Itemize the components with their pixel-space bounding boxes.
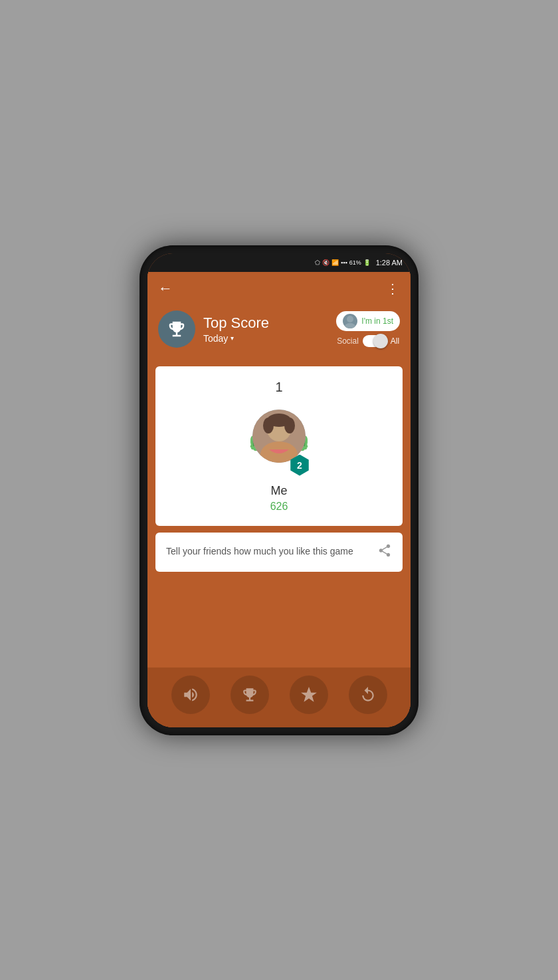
status-bar: ⬠ 🔇 📶 ▪▪▪ 61% 🔋 1:28 AM [147, 253, 411, 272]
player-name: Me [270, 484, 287, 498]
achievements-icon [300, 686, 318, 703]
avatar-container: 2 [242, 403, 316, 476]
social-label: Social [337, 336, 359, 346]
leaderboard-icon [241, 686, 258, 703]
svg-point-21 [284, 418, 295, 433]
badge-avatar [343, 314, 357, 328]
app-screen: ← ⋮ Top Score Today ▾ [147, 272, 411, 727]
more-button[interactable]: ⋮ [386, 281, 400, 297]
status-time: 1:28 AM [376, 259, 403, 267]
right-section: I'm in 1st Social All [336, 311, 400, 347]
leaderboard-card: 1 [155, 366, 403, 526]
rank-badge-text: I'm in 1st [361, 316, 393, 326]
header-section: Top Score Today ▾ [147, 305, 411, 358]
share-card[interactable]: Tell your friends how much you like this… [155, 533, 403, 572]
sound-button[interactable] [171, 675, 210, 714]
social-all-toggle[interactable] [363, 335, 387, 347]
svg-point-1 [345, 323, 355, 328]
achievements-button[interactable] [290, 675, 328, 714]
share-text: Tell your friends how much you like this… [166, 545, 369, 558]
bottom-bar [147, 668, 411, 727]
battery-icon: 🔋 [363, 259, 371, 266]
toggle-thumb [373, 334, 388, 348]
top-score-title: Top Score [203, 314, 336, 332]
today-dropdown[interactable]: Today ▾ [203, 333, 336, 344]
player-avatar [252, 410, 306, 463]
title-section: Top Score Today ▾ [203, 314, 336, 344]
rank-badge-button[interactable]: I'm in 1st [336, 311, 400, 331]
trophy-icon [167, 319, 187, 339]
player-score: 626 [270, 501, 288, 513]
wifi-icon: 📶 [331, 259, 339, 266]
rank-number: 1 [275, 380, 282, 395]
mute-icon: 🔇 [322, 259, 329, 266]
share-icon[interactable] [377, 543, 392, 561]
social-toggle-row: Social All [337, 335, 399, 347]
bluetooth-icon: ⬠ [315, 259, 320, 266]
trophy-circle [158, 310, 195, 348]
phone-frame: ⬠ 🔇 📶 ▪▪▪ 61% 🔋 1:28 AM ← ⋮ [140, 245, 418, 735]
all-label: All [391, 336, 399, 346]
leaderboard-button[interactable] [231, 675, 269, 714]
back-button[interactable]: ← [158, 280, 173, 297]
sound-icon [182, 686, 199, 703]
avatar-face-svg [252, 410, 306, 463]
phone-screen: ⬠ 🔇 📶 ▪▪▪ 61% 🔋 1:28 AM ← ⋮ [147, 253, 411, 727]
content-area: 1 [147, 358, 411, 668]
filter-arrow: ▾ [231, 334, 234, 342]
replay-button[interactable] [349, 675, 387, 714]
replay-icon [359, 686, 377, 703]
status-icons: ⬠ 🔇 📶 ▪▪▪ 61% 🔋 [315, 259, 371, 266]
app-bar: ← ⋮ [147, 272, 411, 305]
svg-point-0 [347, 316, 353, 322]
filter-label: Today [203, 333, 228, 344]
battery-percent: 61% [349, 259, 361, 266]
svg-point-20 [263, 418, 274, 433]
rank-badge-number: 2 [297, 460, 302, 471]
signal-icon: ▪▪▪ [341, 259, 347, 266]
